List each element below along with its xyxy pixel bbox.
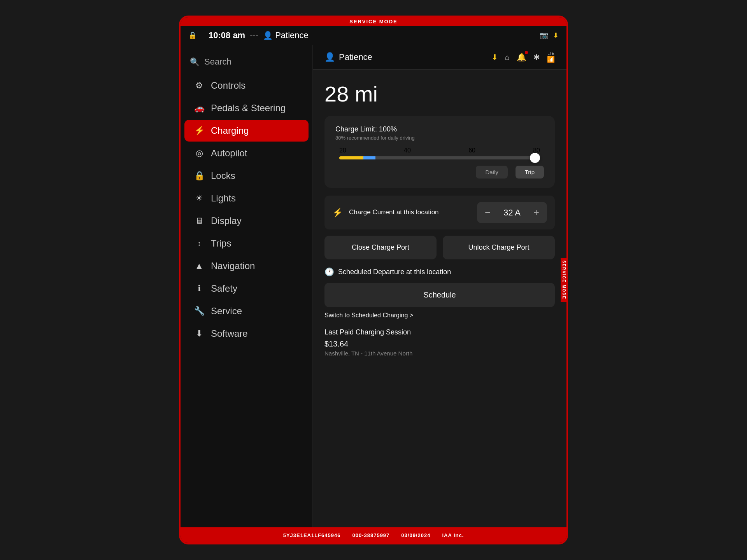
sidebar-item-pedals[interactable]: 🚗 Pedals & Steering [184, 97, 309, 119]
pedals-icon: 🚗 [194, 103, 205, 113]
user-icon-top: 👤 [263, 31, 273, 40]
decrement-ampere-button[interactable]: − [477, 202, 498, 223]
header-bell-icon[interactable]: 🔔 [517, 52, 526, 62]
charge-limit-card: Charge Limit: 100% 80% recommended for d… [324, 116, 555, 188]
id-text: 000-38875997 [352, 532, 389, 538]
sidebar-item-navigation[interactable]: ▲ Navigation [184, 255, 309, 277]
slider-label-40: 40 [404, 147, 411, 154]
slider-fill-yellow [339, 156, 363, 159]
search-bar[interactable]: 🔍 Search [181, 53, 312, 71]
daily-button[interactable]: Daily [476, 166, 507, 178]
controls-icon: ⚙ [194, 80, 205, 91]
service-mode-side-label: SERVICE MODE [561, 258, 567, 302]
lte-label: LTE [547, 51, 554, 56]
display-icon: 🖥 [194, 216, 205, 226]
date-text: 03/09/2024 [401, 532, 430, 538]
close-charge-port-button[interactable]: Close Charge Port [324, 236, 437, 259]
status-bar: 🔒 10:08 am --- 👤 Patience 📷 ⬇ [181, 26, 566, 45]
status-bar-right: 📷 ⬇ [540, 31, 559, 40]
notification-badge [525, 51, 528, 54]
locks-label: Locks [211, 170, 235, 181]
scheduled-title-text: Scheduled Departure at this location [338, 268, 451, 276]
controls-label: Controls [211, 80, 245, 91]
scheduled-section: 🕐 Scheduled Departure at this location S… [324, 267, 555, 319]
sidebar: 🔍 Search ⚙ Controls 🚗 Pedals & Steering … [181, 45, 313, 527]
software-label: Software [211, 328, 248, 339]
vin-text: 5YJ3E1EA1LF645946 [283, 532, 341, 538]
last-paid-title: Last Paid Charging Session [324, 328, 555, 336]
sidebar-item-service[interactable]: 🔧 Service [184, 300, 309, 322]
service-mode-banner: SERVICE MODE [181, 17, 566, 26]
slider-label-20: 20 [339, 147, 346, 154]
safety-label: Safety [211, 283, 237, 294]
sidebar-item-locks[interactable]: 🔒 Locks [184, 165, 309, 187]
charge-slider[interactable]: 20 40 60 80 [335, 147, 544, 159]
content-header: 👤 Patience ⬇ ⌂ 🔔 ✱ LTE 📶 [313, 45, 566, 70]
download-icon-top: ⬇ [553, 31, 559, 40]
range-display: 28 mi [324, 81, 555, 107]
lights-label: Lights [211, 193, 236, 204]
autopilot-label: Autopilot [211, 148, 247, 159]
profile-section: 👤 Patience [324, 52, 372, 62]
last-paid-session-section: Last Paid Charging Session $13.64 Nashvi… [324, 328, 555, 357]
ampere-control: − 32 A + [477, 202, 547, 223]
header-bluetooth-icon[interactable]: ✱ [533, 52, 540, 62]
charging-icon: ⚡ [194, 126, 205, 136]
sidebar-item-charging[interactable]: ⚡ Charging [184, 120, 309, 142]
sidebar-item-safety[interactable]: ℹ Safety [184, 278, 309, 299]
trip-button[interactable]: Trip [516, 166, 544, 178]
sidebar-item-display[interactable]: 🖥 Display [184, 210, 309, 232]
slider-track[interactable] [339, 156, 540, 159]
display-label: Display [211, 215, 242, 226]
slider-thumb[interactable] [530, 153, 540, 163]
sidebar-item-software[interactable]: ⬇ Software [184, 323, 309, 345]
slider-buttons: Daily Trip [335, 166, 544, 178]
slider-fill-blue [363, 156, 375, 159]
profile-name: Patience [339, 52, 372, 62]
navigation-icon: ▲ [194, 261, 205, 271]
slider-labels: 20 40 60 80 [335, 147, 544, 154]
lights-icon: ☀ [194, 193, 205, 203]
camera-icon: 📷 [540, 31, 548, 40]
search-icon: 🔍 [190, 57, 200, 66]
profile-icon: 👤 [324, 52, 335, 62]
status-separator: --- [250, 30, 258, 40]
charge-current-row: ⚡ Charge Current at this location − 32 A… [324, 196, 555, 229]
sidebar-item-trips[interactable]: ↕ Trips [184, 233, 309, 254]
last-paid-amount: $13.64 [324, 340, 555, 348]
scheduled-departure-title: 🕐 Scheduled Departure at this location [324, 267, 555, 276]
content-body: 28 mi Charge Limit: 100% 80% recommended… [313, 70, 566, 376]
service-label: Service [211, 306, 242, 317]
charging-label: Charging [211, 125, 249, 136]
ampere-value: 32 A [498, 208, 526, 218]
switch-to-scheduled-charging-link[interactable]: Switch to Scheduled Charging > [324, 312, 555, 319]
charge-limit-title: Charge Limit: 100% [335, 125, 397, 133]
schedule-button[interactable]: Schedule [324, 283, 555, 307]
safety-icon: ℹ [194, 284, 205, 294]
pedals-label: Pedals & Steering [211, 103, 286, 114]
unlock-charge-port-button[interactable]: Unlock Charge Port [443, 236, 555, 259]
sidebar-item-controls[interactable]: ⚙ Controls [184, 75, 309, 96]
charge-current-label: Charge Current at this location [349, 208, 471, 217]
sidebar-item-autopilot[interactable]: ◎ Autopilot [184, 142, 309, 164]
header-download-icon[interactable]: ⬇ [491, 52, 498, 62]
header-icons: ⬇ ⌂ 🔔 ✱ LTE 📶 [491, 51, 555, 63]
increment-ampere-button[interactable]: + [526, 202, 547, 223]
content-area: 👤 Patience ⬇ ⌂ 🔔 ✱ LTE 📶 [313, 45, 566, 527]
header-home-icon[interactable]: ⌂ [505, 53, 510, 62]
charge-limit-header: Charge Limit: 100% [335, 125, 544, 133]
trips-icon: ↕ [194, 240, 205, 248]
software-icon: ⬇ [194, 329, 205, 339]
user-name-top: Patience [275, 30, 309, 40]
service-icon: 🔧 [194, 306, 205, 316]
lock-icon: 🔒 [188, 31, 197, 40]
main-layout: 🔍 Search ⚙ Controls 🚗 Pedals & Steering … [181, 45, 566, 527]
sidebar-item-lights[interactable]: ☀ Lights [184, 187, 309, 209]
port-buttons: Close Charge Port Unlock Charge Port [324, 236, 555, 259]
charge-current-icon: ⚡ [332, 208, 343, 218]
bottom-bar: 5YJ3E1EA1LF645946 000-38875997 03/09/202… [181, 527, 566, 543]
lte-block: LTE 📶 [547, 51, 555, 63]
trips-label: Trips [211, 238, 231, 249]
search-label: Search [204, 57, 231, 67]
clock-time: 10:08 am [209, 30, 245, 40]
